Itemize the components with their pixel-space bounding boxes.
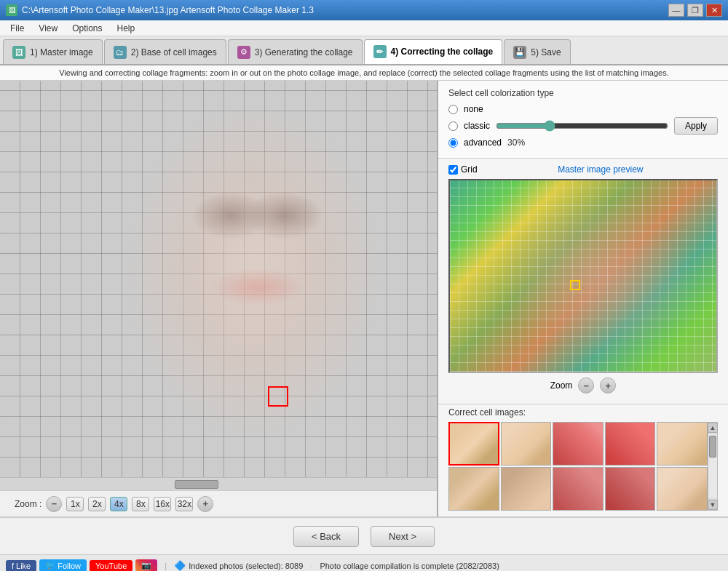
- colorization-advanced-row: advanced 30%: [448, 137, 718, 148]
- tab-save[interactable]: 💾 5) Save: [504, 39, 570, 64]
- compilation-complete-label: Photo collage compilation is complete (2…: [320, 562, 499, 570]
- app-icon: 🖼: [6, 4, 17, 16]
- tab-bar: 🖼 1) Master image 🗂 2) Base of cell imag…: [0, 36, 728, 65]
- slider-percent-label: 30%: [507, 137, 529, 148]
- menu-view[interactable]: View: [31, 22, 65, 35]
- cell-image-8-inner: [553, 468, 603, 510]
- menu-options[interactable]: Options: [65, 22, 109, 35]
- cell-image-10[interactable]: [657, 467, 708, 511]
- colorization-advanced-radio[interactable]: [448, 138, 458, 148]
- colorization-classic-radio[interactable]: [448, 121, 458, 131]
- collage-face-overlay: [0, 81, 437, 477]
- preview-grid-overlay: [450, 180, 716, 372]
- cell-image-5[interactable]: [657, 422, 708, 466]
- grid-checkbox[interactable]: [448, 165, 458, 175]
- cell-image-7[interactable]: [501, 467, 552, 511]
- tab-generating[interactable]: ⚙ 3) Generating the collage: [228, 39, 363, 64]
- tab-cell-images[interactable]: 🗂 2) Base of cell images: [104, 39, 226, 64]
- cell-scroll-down-button[interactable]: ▼: [708, 500, 718, 510]
- preview-zoom-plus[interactable]: +: [600, 378, 616, 394]
- colorization-title: Select cell colorization type: [448, 88, 718, 98]
- titlebar: 🖼 C:\Artensoft Photo Collage Maker\13.jp…: [0, 0, 728, 20]
- instagram-button[interactable]: 📷: [135, 559, 157, 571]
- grid-checkbox-label[interactable]: Grid: [448, 164, 478, 175]
- cell-scroll-up-button[interactable]: ▲: [708, 423, 718, 433]
- preview-image[interactable]: [448, 179, 718, 373]
- twitter-follow-button[interactable]: 🐦 Follow: [39, 559, 87, 571]
- colorization-section: Select cell colorization type none class…: [438, 81, 728, 159]
- colorization-advanced-label[interactable]: advanced: [464, 137, 502, 148]
- menu-file[interactable]: File: [3, 22, 31, 35]
- hscroll-thumb[interactable]: [175, 480, 218, 489]
- info-text: Viewing and correcting collage fragments…: [59, 68, 668, 77]
- window-title: C:\Artensoft Photo Collage Maker\13.jpg …: [22, 5, 314, 15]
- cell-image-6-inner: [449, 468, 499, 510]
- status-divider-1: |: [165, 562, 167, 570]
- horizontal-scrollbar[interactable]: [0, 477, 437, 490]
- zoom-minus-button[interactable]: −: [46, 496, 62, 512]
- cell-image-3[interactable]: [553, 422, 604, 466]
- cell-image-7-inner: [502, 468, 551, 510]
- close-button[interactable]: ✕: [706, 4, 722, 17]
- cell-images-scrollbar[interactable]: ▲ ▼: [708, 422, 718, 511]
- right-panel: Select cell colorization type none class…: [437, 81, 728, 516]
- titlebar-left: 🖼 C:\Artensoft Photo Collage Maker\13.jp…: [6, 4, 314, 16]
- statusbar: f Like 🐦 Follow YouTube 📷 | 🔷 Indexed ph…: [0, 554, 728, 571]
- facebook-like-button[interactable]: f Like: [6, 560, 36, 572]
- tab5-label: 5) Save: [531, 47, 561, 57]
- preview-header: Grid Master image preview: [448, 164, 718, 175]
- zoom-4x-button[interactable]: 4x: [110, 497, 127, 511]
- tab4-label: 4) Correcting the collage: [391, 47, 494, 57]
- zoom-1x-button[interactable]: 1x: [66, 497, 84, 511]
- master-image-preview-link[interactable]: Master image preview: [483, 164, 718, 175]
- cell-scroll-thumb[interactable]: [709, 436, 716, 458]
- back-button[interactable]: < Back: [293, 526, 359, 547]
- preview-zoom-minus[interactable]: −: [578, 378, 594, 394]
- tab-correcting[interactable]: ✏ 4) Correcting the collage: [364, 39, 503, 64]
- classic-slider-wrap: [496, 119, 668, 133]
- preview-selection-box: [570, 280, 580, 290]
- next-button[interactable]: Next >: [371, 526, 435, 547]
- tab-master-image[interactable]: 🖼 1) Master image: [3, 39, 103, 64]
- tab4-icon: ✏: [373, 45, 387, 58]
- cell-image-8[interactable]: [553, 467, 604, 511]
- zoom-plus-button[interactable]: +: [197, 496, 213, 512]
- menu-help[interactable]: Help: [110, 22, 143, 35]
- colorization-classic-label[interactable]: classic: [464, 121, 490, 131]
- apply-button[interactable]: Apply: [674, 117, 718, 135]
- indexed-photos-status: 🔷 Indexed photos (selected): 8089: [174, 560, 303, 571]
- tab2-label: 2) Base of cell images: [131, 47, 217, 57]
- zoom-8x-button[interactable]: 8x: [132, 497, 149, 511]
- colorization-none-label[interactable]: none: [464, 104, 483, 114]
- photos-count-label: Indexed photos (selected): 8089: [189, 562, 303, 570]
- cell-image-9[interactable]: [605, 467, 656, 511]
- cell-image-10-inner: [657, 468, 707, 510]
- status-divider-2: ·: [310, 562, 312, 570]
- minimize-button[interactable]: —: [668, 4, 684, 17]
- cell-image-4[interactable]: [605, 422, 656, 466]
- cell-image-1[interactable]: [448, 422, 499, 466]
- tw-icon: 🐦: [45, 561, 55, 570]
- zoom-16x-button[interactable]: 16x: [154, 497, 171, 511]
- grid-label: Grid: [461, 164, 478, 175]
- restore-button[interactable]: ❐: [687, 4, 703, 17]
- youtube-button[interactable]: YouTube: [90, 560, 132, 572]
- collage-viewer[interactable]: [0, 81, 437, 477]
- cell-image-4-inner: [606, 423, 655, 465]
- cell-image-1-inner: [450, 423, 498, 464]
- zoom-2x-button[interactable]: 2x: [88, 497, 106, 511]
- cell-scroll-track[interactable]: [708, 434, 717, 498]
- cell-image-6[interactable]: [448, 467, 499, 511]
- cell-images-section: Correct cell images:: [438, 404, 728, 516]
- titlebar-controls: — ❐ ✕: [668, 4, 722, 17]
- colorization-none-radio[interactable]: [448, 105, 458, 114]
- cell-image-3-inner: [553, 423, 603, 465]
- cell-image-2[interactable]: [501, 422, 552, 466]
- colorization-slider[interactable]: [496, 119, 668, 133]
- zoom-32x-button[interactable]: 32x: [175, 497, 193, 511]
- fb-like-label: Like: [16, 562, 31, 570]
- cell-images-title: Correct cell images:: [448, 407, 718, 418]
- preview-zoom-label: Zoom: [550, 380, 573, 391]
- tab2-icon: 🗂: [114, 46, 127, 59]
- cell-image-9-inner: [606, 468, 655, 510]
